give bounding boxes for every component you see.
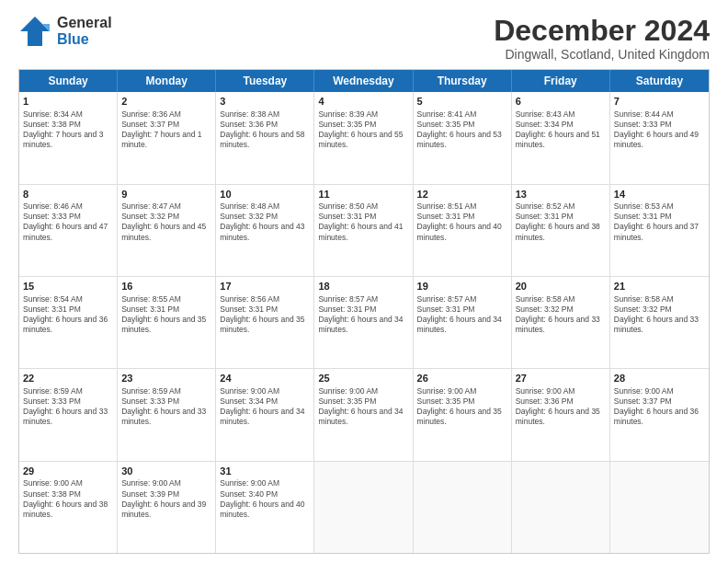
day-number: 20 [516,280,606,293]
page: General Blue December 2024 Dingwall, Sco… [0,0,728,563]
calendar-cell: 17Sunrise: 8:56 AMSunset: 3:31 PMDayligh… [216,277,314,368]
cell-info: Sunrise: 8:52 AMSunset: 3:31 PMDaylight:… [516,201,606,242]
calendar-cell: 21Sunrise: 8:58 AMSunset: 3:32 PMDayligh… [610,277,709,368]
day-number: 6 [516,95,606,109]
cell-info: Sunrise: 8:57 AMSunset: 3:31 PMDaylight:… [417,294,507,335]
title-block: December 2024 Dingwall, Scotland, United… [494,15,710,62]
cell-info: Sunrise: 8:59 AMSunset: 3:33 PMDaylight:… [121,386,211,427]
day-number: 31 [220,465,310,478]
calendar-row-2: 8Sunrise: 8:46 AMSunset: 3:33 PMDaylight… [19,185,709,277]
cell-info: Sunrise: 9:00 AMSunset: 3:35 PMDaylight:… [318,386,408,427]
calendar: SundayMondayTuesdayWednesdayThursdayFrid… [18,69,710,554]
calendar-cell: 12Sunrise: 8:51 AMSunset: 3:31 PMDayligh… [414,185,512,276]
day-number: 4 [318,95,408,109]
calendar-cell: 4Sunrise: 8:39 AMSunset: 3:35 PMDaylight… [314,92,413,183]
calendar-cell: 16Sunrise: 8:55 AMSunset: 3:31 PMDayligh… [118,277,216,368]
cell-info: Sunrise: 8:51 AMSunset: 3:31 PMDaylight:… [417,201,507,242]
cell-info: Sunrise: 8:54 AMSunset: 3:31 PMDaylight:… [23,294,113,335]
day-number: 5 [417,95,507,109]
day-number: 8 [23,188,113,201]
header-cell-wednesday: Wednesday [314,70,413,92]
header-cell-sunday: Sunday [19,70,118,92]
day-number: 13 [516,188,606,201]
day-number: 22 [23,372,113,385]
calendar-row-4: 22Sunrise: 8:59 AMSunset: 3:33 PMDayligh… [19,369,709,461]
calendar-cell: 24Sunrise: 9:00 AMSunset: 3:34 PMDayligh… [216,369,314,460]
day-number: 26 [417,372,507,385]
calendar-cell [610,462,709,553]
calendar-cell: 3Sunrise: 8:38 AMSunset: 3:36 PMDaylight… [216,92,314,183]
calendar-body: 1Sunrise: 8:34 AMSunset: 3:38 PMDaylight… [19,92,709,553]
cell-info: Sunrise: 8:41 AMSunset: 3:35 PMDaylight:… [417,109,507,150]
calendar-subtitle: Dingwall, Scotland, United Kingdom [494,47,710,62]
cell-info: Sunrise: 9:00 AMSunset: 3:38 PMDaylight:… [23,478,113,519]
cell-info: Sunrise: 9:00 AMSunset: 3:39 PMDaylight:… [121,478,211,519]
cell-info: Sunrise: 8:57 AMSunset: 3:31 PMDaylight:… [318,294,408,335]
day-number: 9 [121,188,211,201]
header-cell-tuesday: Tuesday [216,70,314,92]
logo: General Blue [18,15,112,48]
day-number: 30 [121,465,211,478]
calendar-cell: 2Sunrise: 8:36 AMSunset: 3:37 PMDaylight… [118,92,216,183]
header: General Blue December 2024 Dingwall, Sco… [18,15,710,62]
cell-info: Sunrise: 8:43 AMSunset: 3:34 PMDaylight:… [516,109,606,150]
header-cell-friday: Friday [512,70,610,92]
day-number: 7 [614,95,705,109]
cell-info: Sunrise: 9:00 AMSunset: 3:37 PMDaylight:… [614,386,705,427]
calendar-cell: 6Sunrise: 8:43 AMSunset: 3:34 PMDaylight… [512,92,610,183]
header-cell-saturday: Saturday [610,70,709,92]
calendar-header: SundayMondayTuesdayWednesdayThursdayFrid… [19,70,709,92]
calendar-cell: 26Sunrise: 9:00 AMSunset: 3:35 PMDayligh… [414,369,512,460]
day-number: 27 [516,372,606,385]
cell-info: Sunrise: 8:50 AMSunset: 3:31 PMDaylight:… [318,201,408,242]
day-number: 28 [614,372,705,385]
calendar-cell: 31Sunrise: 9:00 AMSunset: 3:40 PMDayligh… [216,462,314,553]
calendar-cell: 14Sunrise: 8:53 AMSunset: 3:31 PMDayligh… [610,185,709,276]
day-number: 2 [121,95,211,109]
calendar-cell: 13Sunrise: 8:52 AMSunset: 3:31 PMDayligh… [512,185,610,276]
day-number: 21 [614,280,705,293]
cell-info: Sunrise: 9:00 AMSunset: 3:40 PMDaylight:… [220,478,310,519]
day-number: 17 [220,280,310,293]
calendar-cell: 28Sunrise: 9:00 AMSunset: 3:37 PMDayligh… [610,369,709,460]
cell-info: Sunrise: 8:34 AMSunset: 3:38 PMDaylight:… [23,109,113,150]
cell-info: Sunrise: 9:00 AMSunset: 3:34 PMDaylight:… [220,386,310,427]
logo-general-text: General [57,15,112,31]
header-cell-thursday: Thursday [414,70,512,92]
day-number: 1 [23,95,113,109]
logo-text: General Blue [57,15,112,47]
cell-info: Sunrise: 8:53 AMSunset: 3:31 PMDaylight:… [614,201,705,242]
calendar-cell: 22Sunrise: 8:59 AMSunset: 3:33 PMDayligh… [19,369,118,460]
calendar-cell [414,462,512,553]
cell-info: Sunrise: 8:58 AMSunset: 3:32 PMDaylight:… [614,294,705,335]
day-number: 24 [220,372,310,385]
day-number: 11 [318,188,408,201]
day-number: 3 [220,95,310,109]
calendar-cell: 27Sunrise: 9:00 AMSunset: 3:36 PMDayligh… [512,369,610,460]
logo-blue-text: Blue [57,31,112,48]
calendar-cell: 11Sunrise: 8:50 AMSunset: 3:31 PMDayligh… [314,185,413,276]
day-number: 19 [417,280,507,293]
cell-info: Sunrise: 8:59 AMSunset: 3:33 PMDaylight:… [23,386,113,427]
day-number: 15 [23,280,113,293]
calendar-cell: 25Sunrise: 9:00 AMSunset: 3:35 PMDayligh… [314,369,413,460]
cell-info: Sunrise: 8:58 AMSunset: 3:32 PMDaylight:… [516,294,606,335]
calendar-cell: 10Sunrise: 8:48 AMSunset: 3:32 PMDayligh… [216,185,314,276]
day-number: 14 [614,188,705,201]
calendar-cell: 8Sunrise: 8:46 AMSunset: 3:33 PMDaylight… [19,185,118,276]
calendar-cell [512,462,610,553]
cell-info: Sunrise: 8:44 AMSunset: 3:33 PMDaylight:… [614,109,705,150]
calendar-title: December 2024 [494,15,710,47]
calendar-cell: 18Sunrise: 8:57 AMSunset: 3:31 PMDayligh… [314,277,413,368]
calendar-cell: 29Sunrise: 9:00 AMSunset: 3:38 PMDayligh… [19,462,118,553]
calendar-cell: 1Sunrise: 8:34 AMSunset: 3:38 PMDaylight… [19,92,118,183]
calendar-cell: 15Sunrise: 8:54 AMSunset: 3:31 PMDayligh… [19,277,118,368]
day-number: 10 [220,188,310,201]
calendar-cell: 19Sunrise: 8:57 AMSunset: 3:31 PMDayligh… [414,277,512,368]
cell-info: Sunrise: 8:38 AMSunset: 3:36 PMDaylight:… [220,109,310,150]
logo-icon [18,15,51,48]
calendar-cell: 9Sunrise: 8:47 AMSunset: 3:32 PMDaylight… [118,185,216,276]
calendar-row-3: 15Sunrise: 8:54 AMSunset: 3:31 PMDayligh… [19,277,709,369]
calendar-cell: 7Sunrise: 8:44 AMSunset: 3:33 PMDaylight… [610,92,709,183]
day-number: 12 [417,188,507,201]
